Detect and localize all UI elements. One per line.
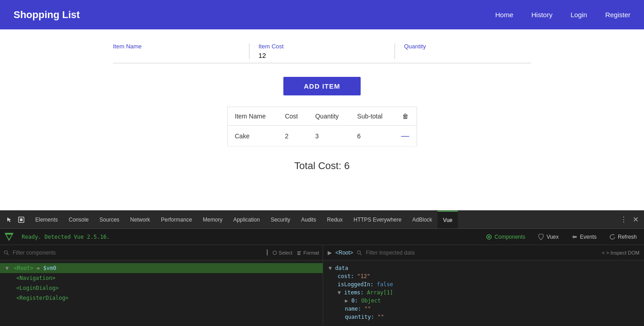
refresh-btn[interactable]: Refresh xyxy=(606,232,639,241)
col-header-quantity: Quantity xyxy=(308,107,350,126)
tree-navigation-tag: <Navigation> xyxy=(16,275,56,281)
col-header-subtotal: Sub-total xyxy=(350,107,394,126)
svg-point-6 xyxy=(5,250,8,254)
devtools-menu-btn[interactable]: ⋮ xyxy=(618,215,629,224)
tab-audits[interactable]: Audits xyxy=(296,211,321,228)
tab-security[interactable]: Security xyxy=(265,211,296,228)
components-btn[interactable]: Components xyxy=(483,232,528,241)
trash-icon: 🗑 xyxy=(402,113,409,120)
item-cost-label: Item Cost xyxy=(259,43,385,50)
components-icon xyxy=(486,234,492,240)
data-panel: ▼ data cost: "12" isLoggedIn: false ▼ it… xyxy=(323,260,644,325)
navbar-brand: Shopping List xyxy=(14,9,80,21)
tree-register-dialog[interactable]: <RegisterDialog> xyxy=(0,293,323,303)
devtools-body: ┃ Select Format xyxy=(0,245,644,326)
data-isLoggedIn-row: isLoggedIn: false xyxy=(329,280,639,288)
tree-navigation[interactable]: <Navigation> xyxy=(0,273,323,283)
tab-sources[interactable]: Sources xyxy=(94,211,125,228)
row-quantity: 3 xyxy=(308,126,350,146)
devtools-actions: Select Format xyxy=(273,250,319,255)
vue-toolbar: Ready. Detected Vue 2.5.16. Components V… xyxy=(0,229,644,245)
quantity-field: Quantity xyxy=(404,43,531,59)
ready-text: Ready. Detected Vue 2.5.16. xyxy=(22,234,110,240)
vuex-icon xyxy=(538,234,544,240)
refresh-icon xyxy=(609,234,616,240)
navbar: Shopping List Home History Login Registe… xyxy=(0,0,644,29)
vue-logo-icon xyxy=(5,233,14,241)
data-items-row: ▼ items: Array[1] xyxy=(329,288,639,297)
nav-login[interactable]: Login xyxy=(570,11,587,19)
add-item-button[interactable]: ADD ITEM xyxy=(283,77,361,95)
tab-redux[interactable]: Redux xyxy=(322,211,348,228)
tree-login-dialog-tag: <LoginDialog> xyxy=(16,285,59,291)
select-icon xyxy=(273,250,277,255)
cursor-text-icon: ┃ xyxy=(266,250,269,255)
devtools-close-btn[interactable]: ✕ xyxy=(631,215,640,224)
svg-point-5 xyxy=(488,236,490,238)
col-header-cost: Cost xyxy=(277,107,308,126)
col-header-delete: 🗑 xyxy=(394,107,417,126)
svg-rect-1 xyxy=(20,218,23,221)
quantity-input[interactable] xyxy=(404,52,531,59)
devtools-right-panel: ▶ <Root> < > Inspect DOM ▼ data cost: "1… xyxy=(323,245,644,326)
nav-home[interactable]: Home xyxy=(495,11,513,19)
tab-performance[interactable]: Performance xyxy=(155,211,197,228)
data-quantity-row: quantity: "" xyxy=(329,313,639,321)
col-header-name: Item Name xyxy=(227,107,277,126)
tab-console[interactable]: Console xyxy=(63,211,94,228)
vuex-btn[interactable]: Vuex xyxy=(535,232,561,241)
devtools-cursor-icon[interactable] xyxy=(4,217,15,223)
tree-root[interactable]: ▼ <Root> = $vm0 xyxy=(0,263,323,273)
nav-register[interactable]: Register xyxy=(605,11,630,19)
tab-application[interactable]: Application xyxy=(228,211,265,228)
data-cost-row: cost: "12" xyxy=(329,272,639,280)
tab-vue[interactable]: Vue xyxy=(437,211,458,228)
devtools-inspect-icon[interactable] xyxy=(15,217,27,223)
row-cost: 2 xyxy=(277,126,308,146)
events-label: Events xyxy=(580,234,597,240)
delete-button[interactable]: — xyxy=(401,131,409,140)
item-cost-field: Item Cost xyxy=(259,43,385,59)
data-section-label: ▼ data xyxy=(329,264,639,272)
data-item-0-row: ▶ 0: Object xyxy=(329,297,639,305)
item-name-label: Item Name xyxy=(113,43,240,50)
tab-https-everywhere[interactable]: HTTPS Everywhere xyxy=(348,211,407,228)
item-name-input[interactable] xyxy=(113,52,240,59)
data-name-row: name: "" xyxy=(329,305,639,313)
tab-memory[interactable]: Memory xyxy=(197,211,228,228)
row-name: Cake xyxy=(227,126,277,146)
field-divider-1 xyxy=(249,43,249,59)
format-btn[interactable]: Format xyxy=(297,250,319,255)
data-search-row: ▶ <Root> < > Inspect DOM xyxy=(323,245,644,260)
right-root-label: <Root> xyxy=(335,250,353,256)
search-icon xyxy=(4,250,9,255)
tree-root-val: $vm0 xyxy=(43,265,56,271)
tab-elements[interactable]: Elements xyxy=(30,211,63,228)
tree-register-dialog-tag: <RegisterDialog> xyxy=(16,295,69,301)
filter-data-input[interactable] xyxy=(366,250,598,256)
filter-components-input[interactable] xyxy=(13,250,260,256)
svg-rect-11 xyxy=(297,254,301,255)
inspect-dom-link[interactable]: < > Inspect DOM xyxy=(602,250,639,255)
refresh-label: Refresh xyxy=(618,234,637,240)
add-btn-row: ADD ITEM xyxy=(113,77,531,95)
component-search-row: ┃ Select Format xyxy=(0,245,323,260)
svg-line-13 xyxy=(360,254,362,255)
tab-adblock[interactable]: AdBlock xyxy=(407,211,437,228)
form-row: Item Name Item Cost Quantity xyxy=(113,43,531,63)
row-subtotal: 6 xyxy=(350,126,394,146)
events-btn[interactable]: Events xyxy=(569,232,599,241)
table-container: Item Name Cost Quantity Sub-total 🗑 Cake… xyxy=(113,107,531,146)
events-icon xyxy=(571,234,578,240)
select-btn[interactable]: Select xyxy=(273,250,293,255)
tree-login-dialog[interactable]: <LoginDialog> xyxy=(0,283,323,293)
item-cost-input[interactable] xyxy=(259,52,385,59)
navbar-links: Home History Login Register xyxy=(495,11,630,19)
item-name-field: Item Name xyxy=(113,43,240,59)
nav-history[interactable]: History xyxy=(531,11,553,19)
devtools-tab-end: ⋮ ✕ xyxy=(618,215,640,224)
svg-line-7 xyxy=(7,254,9,255)
format-icon xyxy=(297,250,301,255)
devtools-panel: Elements Console Sources Network Perform… xyxy=(0,210,644,326)
tab-network[interactable]: Network xyxy=(125,211,155,228)
